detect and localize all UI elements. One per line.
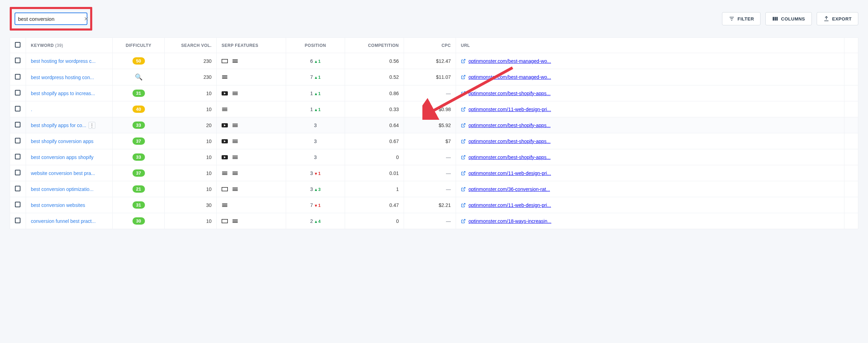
external-link-icon[interactable] bbox=[461, 75, 466, 80]
volume-cell: 230 bbox=[165, 69, 217, 85]
external-link-icon[interactable] bbox=[461, 107, 466, 112]
header-difficulty[interactable]: DIFFICULTY bbox=[113, 38, 165, 53]
external-link-icon[interactable] bbox=[461, 203, 466, 208]
row-checkbox[interactable] bbox=[15, 186, 20, 191]
url-link[interactable]: optinmonster.com/11-web-design-pri... bbox=[469, 202, 551, 208]
lines-icon bbox=[232, 91, 238, 96]
keyword-table: KEYWORD (39) DIFFICULTY SEARCH VOL. SERP… bbox=[10, 37, 858, 229]
url-link[interactable]: optinmonster.com/best-managed-wo... bbox=[469, 74, 551, 80]
external-link-icon[interactable] bbox=[461, 139, 466, 144]
columns-button[interactable]: COLUMNS bbox=[765, 12, 811, 25]
keyword-link[interactable]: best shopify apps to increas... bbox=[31, 90, 95, 96]
video-icon bbox=[222, 155, 228, 160]
header-volume[interactable]: SEARCH VOL. bbox=[165, 38, 217, 53]
position-delta: ▴ 1 bbox=[315, 75, 320, 80]
difficulty-pill: 37 bbox=[132, 169, 145, 177]
row-checkbox[interactable] bbox=[15, 122, 20, 127]
url-link[interactable]: optinmonster.com/best-shopify-apps... bbox=[469, 154, 551, 160]
lines-icon bbox=[232, 171, 238, 176]
volume-cell: 230 bbox=[165, 53, 217, 69]
external-link-icon[interactable] bbox=[461, 219, 466, 224]
filter-button[interactable]: FILTER bbox=[722, 12, 761, 25]
svg-rect-3 bbox=[773, 17, 774, 21]
keyword-link[interactable]: conversion funnel best pract... bbox=[31, 218, 96, 224]
svg-line-42 bbox=[463, 155, 465, 157]
row-checkbox[interactable] bbox=[15, 154, 20, 159]
difficulty-pill: 37 bbox=[132, 137, 145, 145]
position-value: 6 bbox=[310, 58, 313, 64]
row-checkbox[interactable] bbox=[15, 106, 20, 111]
serp-features bbox=[222, 219, 281, 224]
keyword-link[interactable]: best conversion apps shopify bbox=[31, 154, 94, 160]
competition-cell: 0 bbox=[345, 149, 404, 165]
row-checkbox[interactable] bbox=[15, 74, 20, 80]
keyword-link[interactable]: . bbox=[31, 106, 32, 112]
serp-features bbox=[222, 155, 281, 160]
svg-line-54 bbox=[463, 187, 465, 189]
table-header-row: KEYWORD (39) DIFFICULTY SEARCH VOL. SERP… bbox=[10, 38, 858, 53]
header-url[interactable]: URL bbox=[456, 38, 844, 53]
url-link[interactable]: optinmonster.com/36-conversion-rat... bbox=[469, 186, 550, 192]
search-input[interactable] bbox=[18, 16, 84, 22]
select-all-checkbox[interactable] bbox=[15, 42, 20, 48]
position-value: 3 bbox=[310, 186, 313, 192]
svg-line-20 bbox=[463, 91, 465, 93]
external-link-icon[interactable] bbox=[461, 91, 466, 96]
url-link[interactable]: optinmonster.com/11-web-design-pri... bbox=[469, 170, 551, 176]
row-checkbox[interactable] bbox=[15, 218, 20, 223]
row-checkbox[interactable] bbox=[15, 138, 20, 143]
url-link[interactable]: optinmonster.com/11-web-design-pri... bbox=[469, 107, 551, 112]
table-row: best wordpress hosting con...🔍2307▴ 10.5… bbox=[10, 69, 858, 85]
table-row: best shopify apps for conversions.40101▴… bbox=[10, 101, 858, 117]
volume-cell: 10 bbox=[165, 149, 217, 165]
url-link[interactable]: optinmonster.com/best-shopify-apps... bbox=[469, 91, 551, 96]
row-checkbox[interactable] bbox=[15, 202, 20, 207]
lines-icon bbox=[222, 75, 228, 80]
row-checkbox[interactable] bbox=[15, 90, 20, 95]
search-box[interactable]: ✕ bbox=[15, 12, 87, 25]
header-position[interactable]: POSITION bbox=[286, 38, 345, 53]
row-checkbox[interactable] bbox=[15, 170, 20, 175]
clear-search-icon[interactable]: ✕ bbox=[84, 16, 88, 22]
svg-line-58 bbox=[463, 203, 465, 205]
serp-features bbox=[222, 91, 281, 96]
row-checkbox[interactable] bbox=[15, 58, 20, 63]
keyword-link[interactable]: best shopify apps for co... bbox=[31, 122, 86, 127]
external-link-icon[interactable] bbox=[461, 171, 466, 176]
search-glass-icon[interactable]: 🔍 bbox=[135, 74, 143, 81]
difficulty-pill: 50 bbox=[132, 57, 145, 65]
keyword-link[interactable]: best wordpress hosting con... bbox=[31, 74, 94, 80]
lines-icon bbox=[222, 171, 228, 176]
header-serp[interactable]: SERP FEATURES bbox=[217, 38, 286, 53]
external-link-icon[interactable] bbox=[461, 123, 466, 128]
svg-line-14 bbox=[463, 75, 465, 77]
difficulty-pill: 40 bbox=[132, 106, 145, 113]
url-link[interactable]: optinmonster.com/best-shopify-apps... bbox=[469, 123, 551, 128]
external-link-icon[interactable] bbox=[461, 187, 466, 192]
serp-features bbox=[222, 123, 281, 128]
external-link-icon[interactable] bbox=[461, 155, 466, 160]
keyword-link[interactable]: best shopify conversion apps bbox=[31, 138, 94, 144]
url-link[interactable]: optinmonster.com/best-shopify-apps... bbox=[469, 139, 551, 144]
position-value: 1 bbox=[310, 107, 313, 112]
serp-features bbox=[222, 59, 281, 64]
cpc-cell: $11.07 bbox=[404, 69, 456, 85]
volume-cell: 10 bbox=[165, 165, 217, 181]
header-cpc[interactable]: CPC bbox=[404, 38, 456, 53]
external-link-icon[interactable] bbox=[461, 59, 466, 64]
header-competition[interactable]: COMPETITION bbox=[345, 38, 404, 53]
url-link[interactable]: optinmonster.com/best-managed-wo... bbox=[469, 58, 551, 64]
keyword-link[interactable]: best conversion websites bbox=[31, 202, 85, 208]
difficulty-pill: 33 bbox=[132, 153, 145, 161]
keyword-link[interactable]: best conversion optimizatio... bbox=[31, 186, 94, 192]
svg-rect-5 bbox=[776, 17, 778, 21]
header-keyword[interactable]: KEYWORD (39) bbox=[26, 38, 113, 53]
lines-icon bbox=[222, 107, 228, 112]
keyword-link[interactable]: best hosting for wordpress c... bbox=[31, 58, 96, 64]
more-actions-button[interactable]: ⋮ bbox=[88, 122, 95, 129]
cpc-cell: $2.21 bbox=[404, 197, 456, 213]
export-button[interactable]: EXPORT bbox=[817, 12, 858, 25]
keyword-link[interactable]: website conversion best pra... bbox=[31, 170, 95, 176]
url-link[interactable]: optinmonster.com/18-ways-increasin... bbox=[469, 218, 551, 224]
lines-icon bbox=[232, 219, 238, 224]
